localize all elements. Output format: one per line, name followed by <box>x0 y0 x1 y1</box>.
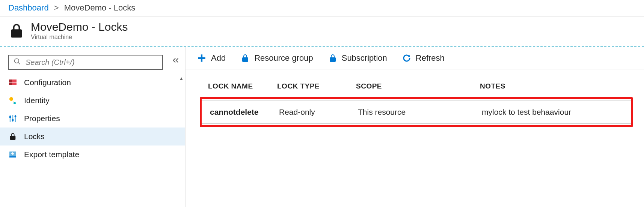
svg-point-12 <box>12 119 14 121</box>
key-icon <box>8 96 17 105</box>
refresh-label: Refresh <box>416 53 445 63</box>
toolbar: Add Resource group Subscription Refresh <box>186 47 644 69</box>
breadcrumb-root-link[interactable]: Dashboard <box>8 3 49 12</box>
sidebar-item-identity[interactable]: Identity <box>0 92 185 110</box>
highlighted-row: cannotdelete Read-only This resource myl… <box>200 97 633 127</box>
svg-rect-15 <box>9 156 16 158</box>
sidebar-item-label: Properties <box>24 114 60 123</box>
search-input[interactable] <box>26 58 158 67</box>
sidebar-item-label: Export template <box>24 150 79 159</box>
svg-rect-5 <box>9 82 12 85</box>
table-row[interactable]: cannotdelete Read-only This resource myl… <box>202 101 631 123</box>
svg-point-6 <box>9 97 13 101</box>
svg-point-11 <box>9 116 11 118</box>
table-header-row: LOCK NAME LOCK TYPE SCOPE NOTES <box>208 82 633 90</box>
sidebar-search[interactable] <box>8 55 163 70</box>
lock-icon <box>8 132 17 141</box>
locks-table: LOCK NAME LOCK TYPE SCOPE NOTES cannotde… <box>186 69 644 127</box>
sidebar-item-label: Locks <box>24 132 45 141</box>
sidebar-item-configuration[interactable]: Configuration <box>0 74 185 92</box>
sidebar: ▲ Configuration Identity <box>0 47 186 207</box>
breadcrumb-separator: > <box>54 3 59 12</box>
page-title: MoveDemo - Locks <box>31 21 128 33</box>
breadcrumb-current: MoveDemo - Locks <box>64 3 136 12</box>
resource-group-button[interactable]: Resource group <box>241 53 313 63</box>
page-header: MoveDemo - Locks Virtual machine <box>0 17 644 47</box>
add-button[interactable]: Add <box>197 53 226 63</box>
svg-point-0 <box>15 59 19 63</box>
plus-icon <box>197 53 207 63</box>
header-scope[interactable]: SCOPE <box>356 82 480 90</box>
export-icon <box>8 150 17 159</box>
svg-rect-4 <box>9 80 12 82</box>
breadcrumb: Dashboard > MoveDemo - Locks <box>0 0 644 17</box>
subscription-label: Subscription <box>342 53 387 63</box>
sliders-icon <box>8 114 17 123</box>
lock-icon <box>8 22 25 39</box>
sidebar-item-export-template[interactable]: Export template <box>0 146 185 164</box>
svg-point-13 <box>15 116 17 117</box>
sidebar-item-label: Identity <box>24 96 50 105</box>
cell-lock-name: cannotdelete <box>210 108 279 117</box>
scroll-up-icon[interactable]: ▲ <box>179 76 184 81</box>
lock-icon <box>241 54 250 63</box>
cell-lock-type: Read-only <box>279 108 358 117</box>
lock-icon <box>328 54 337 63</box>
sidebar-item-label: Configuration <box>24 78 71 87</box>
configuration-icon <box>8 78 17 87</box>
add-label: Add <box>211 53 226 63</box>
refresh-button[interactable]: Refresh <box>402 53 445 63</box>
sidebar-item-locks[interactable]: Locks <box>0 128 185 146</box>
svg-point-7 <box>14 102 16 104</box>
cell-scope: This resource <box>358 108 482 117</box>
page-subtitle: Virtual machine <box>31 34 128 40</box>
header-lock-type[interactable]: LOCK TYPE <box>277 82 356 90</box>
cell-notes: mylock to test behaaviour <box>482 108 623 117</box>
header-notes[interactable]: NOTES <box>480 82 633 90</box>
subscription-button[interactable]: Subscription <box>328 53 387 63</box>
sidebar-item-properties[interactable]: Properties <box>0 110 185 128</box>
header-lock-name[interactable]: LOCK NAME <box>208 82 277 90</box>
refresh-icon <box>402 54 411 63</box>
resource-group-label: Resource group <box>254 53 313 63</box>
search-icon <box>14 58 21 67</box>
main-content: Add Resource group Subscription Refresh <box>186 47 644 207</box>
collapse-sidebar-icon[interactable] <box>172 56 180 67</box>
svg-line-1 <box>18 63 20 64</box>
